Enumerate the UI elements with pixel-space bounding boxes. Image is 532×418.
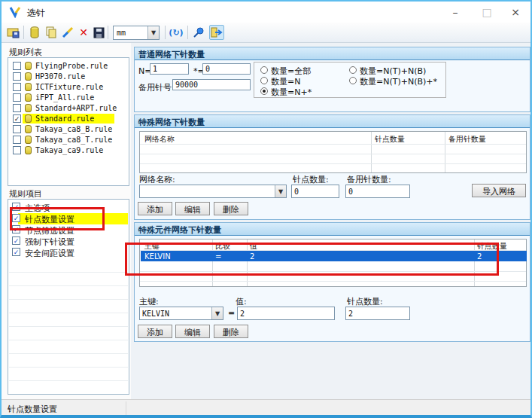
- rule-item-hp3070[interactable]: HP3070.rule: [9, 72, 128, 82]
- chevron-down-icon[interactable]: ▼: [275, 185, 286, 197]
- column-header: 网络名称: [144, 134, 175, 145]
- net-name-combobox[interactable]: ▼: [139, 185, 287, 198]
- value-input[interactable]: [237, 307, 335, 320]
- maximize-button[interactable]: □: [474, 3, 500, 21]
- radio-icon: [349, 77, 357, 84]
- net-name-label: 网络名称:: [139, 174, 175, 185]
- save-icon[interactable]: [91, 25, 106, 40]
- rule-file-icon: [25, 83, 32, 91]
- radio-icon: [349, 66, 357, 74]
- add-button[interactable]: 添加: [138, 202, 172, 215]
- section-title: 特殊网络下针数量: [135, 115, 530, 128]
- rule-item-takaya-ca9[interactable]: Takaya_ca9.rule: [9, 145, 128, 156]
- rule-file-icon: [25, 104, 32, 112]
- rule-item-takaya-ca8-t[interactable]: Takaya_ca8_T.rule: [9, 135, 128, 145]
- rule-file-icon: [25, 125, 32, 133]
- value-label: 值:: [236, 296, 247, 307]
- checkbox[interactable]: [13, 93, 21, 102]
- pin-count-label: 针点数量:: [293, 174, 329, 185]
- key-combobox[interactable]: KELVIN ▼: [139, 307, 223, 320]
- refresh-icon[interactable]: (↻): [169, 25, 184, 40]
- spare-pin-label: 备用针号:: [138, 82, 175, 93]
- spare-count-label: 备用针数量:: [347, 174, 391, 185]
- checkbox[interactable]: [13, 104, 21, 112]
- checkbox[interactable]: [12, 203, 20, 211]
- column-header: 针点数量: [375, 134, 405, 145]
- key-label: 主键:: [139, 296, 159, 307]
- probe-icon[interactable]: [60, 25, 75, 40]
- spare-count-input[interactable]: [345, 185, 410, 198]
- checkbox[interactable]: [12, 236, 20, 245]
- title-bar: 选针 – □ ×: [2, 2, 530, 23]
- checkbox[interactable]: [13, 136, 21, 144]
- pin-icon[interactable]: [191, 25, 206, 40]
- edit-button[interactable]: 编辑: [175, 202, 210, 215]
- radio-icon-selected: [260, 87, 268, 95]
- checkbox[interactable]: [13, 146, 21, 154]
- rule-item-takaya-ca8-b[interactable]: Takaya_ca8_B.rule: [9, 124, 128, 135]
- checkbox[interactable]: [13, 125, 21, 133]
- import-network-button[interactable]: 导入网络: [472, 184, 526, 197]
- exit-icon[interactable]: [209, 25, 224, 40]
- pin-count-input[interactable]: [291, 185, 339, 198]
- section-special-component-network: 特殊元件网络下针数量 主键 比较 值 针点数量 KELVIN = 2 2 主键:…: [134, 222, 530, 342]
- radio-icon: [260, 77, 268, 84]
- toolbar: ✕ mm ▼ (↻): [2, 23, 530, 43]
- delete-button[interactable]: 删除: [214, 325, 248, 338]
- component-network-table[interactable]: 主键 比较 值 针点数量 KELVIN = 2 2: [139, 239, 527, 287]
- rule-item-main-options[interactable]: 主选项: [9, 202, 128, 213]
- unit-selector-value: mm: [117, 29, 126, 37]
- edit-button[interactable]: 编辑: [175, 325, 210, 338]
- rule-item-ifpt-all[interactable]: iFPT_All.rule: [9, 93, 128, 103]
- section-title: 普通网络下针数量: [135, 47, 530, 60]
- n-input[interactable]: [150, 63, 189, 75]
- checkbox[interactable]: [12, 214, 20, 222]
- rule-items-listbox[interactable]: 主选项 针点数量设置 节点筛选设置 强制下针设置 安全间距设置: [8, 199, 129, 395]
- rule-items-label: 规则项目: [9, 188, 42, 200]
- rule-item-forced-pin-setting[interactable]: 强制下针设置: [9, 236, 128, 247]
- spare-pin-input[interactable]: [172, 79, 251, 90]
- rule-listbox[interactable]: FlyingProbe.rule HP3070.rule ICTFixture.…: [8, 57, 129, 186]
- status-bar: 针点数量设置: [2, 399, 530, 416]
- checkbox[interactable]: [13, 62, 21, 70]
- rule-file-icon: [25, 62, 32, 70]
- special-network-table[interactable]: 网络名称 针点数量 备用针数量: [139, 131, 527, 173]
- rule-file-icon[interactable]: [27, 25, 42, 40]
- checkbox[interactable]: [12, 225, 20, 233]
- chevron-down-icon[interactable]: ▼: [147, 26, 159, 39]
- rule-file-icon: [25, 93, 32, 102]
- window-title: 选针: [27, 7, 45, 20]
- rule-item-ictfixture[interactable]: ICTFixture.rule: [9, 82, 128, 93]
- delete-button[interactable]: 删除: [214, 202, 248, 215]
- checkbox[interactable]: [13, 114, 21, 123]
- rule-item-standard[interactable]: Standard.rule: [9, 114, 128, 124]
- toolbar-separator: [187, 26, 188, 39]
- toolbar-separator: [108, 26, 108, 39]
- rule-item-node-filter-setting[interactable]: 节点筛选设置: [9, 224, 128, 236]
- rule-item-safety-gap-setting[interactable]: 安全间距设置: [9, 247, 128, 258]
- pin-count-input[interactable]: [345, 307, 410, 320]
- add-button[interactable]: 添加: [138, 325, 172, 338]
- section-title: 特殊元件网络下针数量: [135, 223, 530, 236]
- rule-file-icon: [25, 72, 32, 81]
- delete-icon[interactable]: ✕: [76, 25, 91, 40]
- rule-item-standard-arpt[interactable]: Standard+ARPT.rule: [9, 103, 128, 114]
- import-rule-icon[interactable]: [6, 25, 21, 40]
- rule-item-pin-count-setting[interactable]: 针点数量设置: [9, 213, 128, 224]
- star-input[interactable]: [202, 63, 251, 75]
- quantity-radio-group: 数量=全部 数量=N 数量=N+* 数量=N(T)+N(B) 数量=N(T)+N…: [254, 62, 446, 98]
- close-button[interactable]: ×: [503, 3, 528, 21]
- column-header: 备用针数量: [448, 134, 486, 145]
- rule-file-icon: [25, 146, 32, 154]
- copy-rule-icon[interactable]: [44, 25, 59, 40]
- rule-list-label: 规则列表: [9, 47, 42, 58]
- checkbox[interactable]: [13, 72, 21, 81]
- chevron-down-icon[interactable]: ▼: [211, 307, 223, 319]
- rule-item-flyingprobe[interactable]: FlyingProbe.rule: [9, 61, 128, 72]
- unit-selector[interactable]: mm ▼: [113, 26, 160, 40]
- minimize-button[interactable]: –: [442, 3, 468, 21]
- checkbox[interactable]: [13, 83, 21, 91]
- checkbox[interactable]: [12, 248, 20, 256]
- table-row-kelvin-selected[interactable]: KELVIN = 2 2: [141, 251, 527, 261]
- status-separator: [126, 401, 126, 416]
